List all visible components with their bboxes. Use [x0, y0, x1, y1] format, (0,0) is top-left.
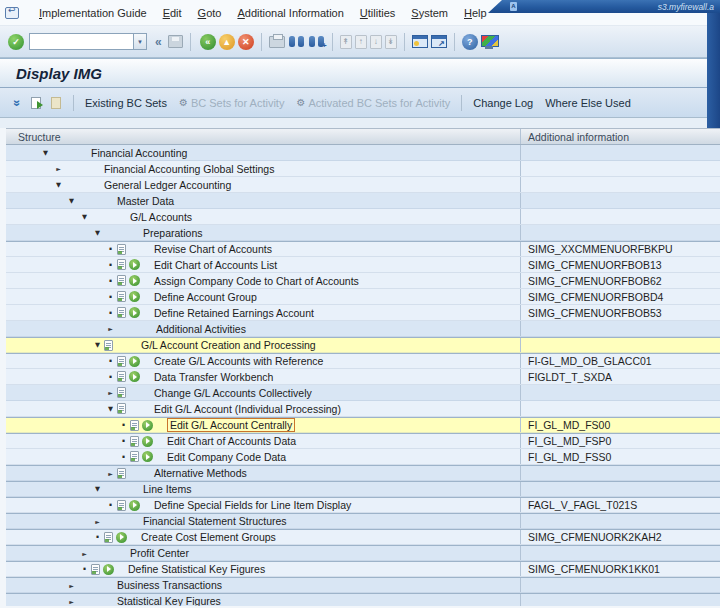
tree-node-label[interactable]: Master Data — [117, 195, 174, 207]
tree-row[interactable]: ·Edit Company Code DataFI_GL_MD_FSS0 — [6, 449, 720, 465]
tree-node-label[interactable]: Business Transactions — [117, 579, 222, 591]
where-else-used-button[interactable]: Where Else Used — [539, 95, 637, 111]
execute-activity-icon[interactable] — [129, 500, 140, 511]
tree-row[interactable]: ▼Master Data — [6, 193, 720, 209]
tree-row[interactable]: ·Edit Chart of Accounts ListSIMG_CFMENUO… — [6, 257, 720, 273]
collapse-node-icon[interactable]: ▼ — [78, 213, 91, 221]
tree-node-label[interactable]: Additional Activities — [156, 323, 246, 335]
find-next-icon[interactable]: + — [308, 35, 325, 48]
tree-row[interactable]: ►Financial Statement Structures — [6, 513, 720, 529]
execute-activity-icon[interactable] — [129, 259, 140, 270]
tree-row[interactable]: ▼Edit G/L Account (Individual Processing… — [6, 401, 720, 417]
create-shortcut-icon[interactable]: ↗ — [431, 35, 447, 48]
tree-row[interactable]: ·Assign Company Code to Chart of Account… — [6, 273, 720, 289]
customize-layout-icon[interactable] — [481, 35, 497, 49]
collapse-node-icon[interactable]: ▼ — [65, 197, 78, 205]
menu-utilities[interactable]: Utilities — [352, 4, 403, 22]
tree-node-label[interactable]: Financial Accounting — [91, 147, 187, 159]
expand-node-icon[interactable]: ► — [52, 165, 65, 172]
tree-node-label[interactable]: Line Items — [143, 483, 191, 495]
tree-node-label[interactable]: General Ledger Accounting — [104, 179, 231, 191]
activity-doc-icon[interactable] — [117, 275, 126, 286]
tree-row[interactable]: ·Edit G/L Account CentrallyFI_GL_MD_FS00 — [6, 417, 720, 433]
tree-row[interactable]: ▼G/L Account Creation and Processing — [6, 337, 720, 353]
tree-node-label[interactable]: Edit G/L Account (Individual Processing) — [154, 403, 341, 415]
next-page-icon[interactable]: ↓ — [370, 35, 382, 49]
collapse-node-icon[interactable]: ▼ — [52, 181, 65, 189]
expand-node-icon[interactable]: ► — [104, 389, 117, 396]
tree-node-label[interactable]: Statistical Key Figures — [117, 595, 221, 606]
command-dropdown-icon[interactable]: ▼ — [133, 33, 147, 50]
save-icon[interactable] — [168, 35, 183, 48]
activity-doc-icon[interactable] — [117, 468, 126, 479]
execute-activity-icon[interactable] — [129, 307, 140, 318]
tree-row[interactable]: ·Define Retained Earnings AccountSIMG_CF… — [6, 305, 720, 321]
expand-node-icon[interactable]: ► — [104, 325, 117, 332]
expand-node-icon[interactable]: ► — [78, 550, 91, 557]
tree-node-label[interactable]: Edit Chart of Accounts Data — [167, 435, 296, 447]
expand-node-icon[interactable]: ► — [104, 470, 117, 477]
execute-activity-icon[interactable] — [129, 356, 140, 367]
first-page-icon[interactable]: ↟ — [340, 35, 352, 49]
tree-row[interactable]: ►Alternative Methods — [6, 465, 720, 481]
tree-row[interactable]: ▼Preparations — [6, 225, 720, 241]
tree-row[interactable]: ·Define Special Fields for Line Item Dis… — [6, 497, 720, 513]
tree-node-label[interactable]: Assign Company Code to Chart of Accounts — [154, 275, 359, 287]
execute-activity-icon[interactable] — [129, 275, 140, 286]
execute-activity-icon[interactable] — [142, 420, 153, 431]
tree-row[interactable]: ▼G/L Accounts — [6, 209, 720, 225]
tree-node-label[interactable]: Define Account Group — [154, 291, 257, 303]
tree-node-label[interactable]: Profit Center — [130, 547, 189, 559]
tree-row[interactable]: ·Edit Chart of Accounts DataFI_GL_MD_FSP… — [6, 433, 720, 449]
activity-doc-icon[interactable] — [117, 500, 126, 511]
tree-node-label[interactable]: Alternative Methods — [154, 467, 247, 479]
tree-node-label[interactable]: Edit Chart of Accounts List — [154, 259, 277, 271]
help-icon[interactable]: ? — [462, 34, 478, 50]
activity-doc-icon[interactable] — [117, 356, 126, 367]
execute-activity-icon[interactable] — [129, 291, 140, 302]
activity-doc-icon[interactable] — [130, 420, 139, 431]
tree-node-label[interactable]: Define Statistical Key Figures — [128, 563, 265, 575]
tree-row[interactable]: ·Data Transfer WorkbenchFIGLDT_T_SXDA — [6, 369, 720, 385]
tree-row[interactable]: ·Create Cost Element GroupsSIMG_CFMENUOR… — [6, 529, 720, 545]
tree-node-label[interactable]: Define Retained Earnings Account — [154, 307, 314, 319]
find-icon[interactable] — [288, 35, 305, 48]
tree-row[interactable]: ·Define Statistical Key FiguresSIMG_CFME… — [6, 561, 720, 577]
execute-activity-icon[interactable] — [142, 451, 153, 462]
collapse-node-icon[interactable]: ▼ — [39, 149, 52, 157]
tree-row[interactable]: ►Business Transactions — [6, 577, 720, 593]
execute-activity-icon[interactable] — [103, 564, 114, 575]
new-session-icon[interactable] — [412, 35, 428, 48]
activity-doc-icon[interactable] — [117, 259, 126, 270]
tree-row[interactable]: ►Financial Accounting Global Settings — [6, 161, 720, 177]
change-log-button[interactable]: Change Log — [467, 95, 539, 111]
expand-node-icon[interactable]: ► — [65, 598, 78, 605]
tree-row[interactable]: ▼Line Items — [6, 481, 720, 497]
collapse-node-icon[interactable]: ▼ — [104, 405, 117, 413]
execute-activity-icon[interactable] — [142, 436, 153, 447]
tree-node-label[interactable]: Revise Chart of Accounts — [154, 243, 272, 255]
collapse-node-icon[interactable]: ▼ — [91, 341, 104, 349]
activity-doc-icon[interactable] — [117, 387, 126, 398]
tree-node-label[interactable]: Edit Company Code Data — [167, 451, 286, 463]
tree-node-label[interactable]: Create Cost Element Groups — [141, 531, 276, 543]
command-input[interactable] — [29, 33, 133, 50]
tree-node-label[interactable]: G/L Accounts — [130, 211, 192, 223]
activity-doc-icon[interactable] — [117, 291, 126, 302]
execute-activity-icon[interactable] — [129, 371, 140, 382]
print-icon[interactable] — [269, 36, 285, 48]
activity-doc-icon[interactable] — [130, 436, 139, 447]
system-menu-icon[interactable] — [5, 7, 19, 19]
tree-row[interactable]: ►Additional Activities — [6, 321, 720, 337]
expand-node-icon[interactable]: ► — [91, 518, 104, 525]
tree-node-label[interactable]: Preparations — [143, 227, 203, 239]
tree-row[interactable]: ·Create G/L Accounts with ReferenceFI-GL… — [6, 353, 720, 369]
collapse-node-icon[interactable]: ▼ — [91, 229, 104, 237]
collapse-node-icon[interactable]: ▼ — [91, 485, 104, 493]
exit-icon[interactable]: ▲ — [219, 34, 235, 50]
execute-activity-icon[interactable] — [116, 532, 127, 543]
tree-node-label[interactable]: Financial Accounting Global Settings — [104, 163, 274, 175]
tree-row[interactable]: ▼General Ledger Accounting — [6, 177, 720, 193]
existing-bc-sets-button[interactable]: Existing BC Sets — [79, 95, 173, 111]
tree-node-label[interactable]: Data Transfer Workbench — [154, 371, 273, 383]
